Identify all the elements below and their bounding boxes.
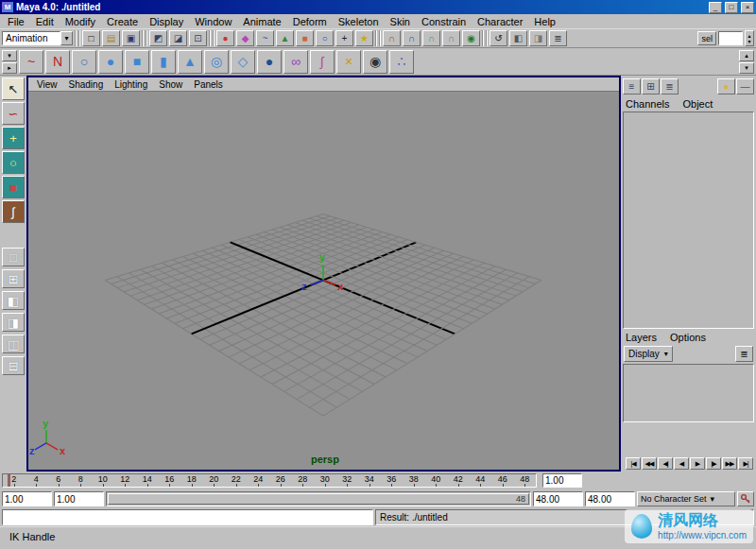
dash-icon[interactable]: — <box>736 78 754 94</box>
time-slider[interactable]: 2468101214161820222426283032343638404244… <box>2 473 537 488</box>
close-button[interactable]: × <box>741 2 754 13</box>
list-view-icon[interactable]: ≣ <box>661 78 679 94</box>
select-tool-button[interactable]: ↖ <box>2 77 25 100</box>
select-by-component-icon[interactable]: ⊡ <box>189 30 207 46</box>
mask-joints-icon[interactable]: ○ <box>316 30 334 46</box>
menu-item[interactable]: Constrain <box>416 16 472 27</box>
layout-four-pane-button[interactable]: ⊞ <box>2 269 25 288</box>
open-scene-icon[interactable]: ▤ <box>102 30 120 46</box>
playback-end-field[interactable] <box>533 491 583 506</box>
section-divider[interactable] <box>482 30 488 46</box>
ball-icon[interactable]: ● <box>717 78 735 94</box>
menu-item[interactable]: Window <box>189 16 237 27</box>
shelf-scroll-down-icon[interactable]: ▾ <box>739 62 754 74</box>
snap-to-curve-icon[interactable]: ∩ <box>403 30 421 46</box>
animation-start-field[interactable] <box>2 491 52 506</box>
menu-item[interactable]: Modify <box>60 16 101 27</box>
section-divider[interactable] <box>375 30 381 46</box>
go-to-end-button[interactable]: ▶| <box>738 457 753 470</box>
viewport-canvas[interactable]: y x z y x z persp <box>28 92 619 470</box>
camera-icon[interactable]: ◉ <box>363 50 387 74</box>
play-forward-button[interactable]: ▶ <box>690 457 705 470</box>
menu-item[interactable]: Skeleton <box>333 16 385 27</box>
nurbs-torus-icon[interactable]: ◎ <box>204 50 229 74</box>
panel-menu-item[interactable]: Show <box>154 79 187 90</box>
mask-surfaces-icon[interactable]: ▲ <box>276 30 294 46</box>
layout-single-pane-button[interactable]: □ <box>2 248 25 266</box>
layer-display-dropdown[interactable]: Display ▾ <box>624 346 673 362</box>
layer-stack-icon[interactable]: ≣ <box>735 346 753 362</box>
current-time-field[interactable] <box>542 473 582 488</box>
section-divider[interactable] <box>75 30 80 46</box>
lattice-tool-icon[interactable]: × <box>336 50 361 74</box>
step-forward-frame-button[interactable]: |▶ <box>706 457 721 470</box>
nurbs-circle-icon[interactable]: ○ <box>72 50 96 74</box>
channel-box-menu-item[interactable]: Channels <box>626 98 669 110</box>
select-by-hierarchy-icon[interactable]: ◩ <box>149 30 167 46</box>
step-back-frame-button[interactable]: ◀| <box>658 457 673 470</box>
mask-deformations-icon[interactable]: ■ <box>296 30 314 46</box>
select-by-object-icon[interactable]: ◪ <box>169 30 187 46</box>
layout-two-pane-right-button[interactable]: ◨ <box>2 313 25 332</box>
mask-curves-icon[interactable]: ~ <box>256 30 274 46</box>
shelf-scroll-up-icon[interactable]: ▴ <box>739 50 754 61</box>
command-line-input[interactable] <box>2 509 373 525</box>
ik-handle-tool-icon[interactable]: ∫ <box>310 50 335 74</box>
minimize-button[interactable]: _ <box>709 2 722 13</box>
joint-tool-icon[interactable]: ∞ <box>284 50 308 74</box>
step-forward-key-button[interactable]: ▶▶ <box>722 457 737 470</box>
panel-menu-item[interactable]: View <box>32 79 62 90</box>
shelf-item-menu-icon[interactable]: ▸ <box>2 62 17 74</box>
channel-box-menu-item[interactable]: Object <box>682 98 713 110</box>
mask-points-icon[interactable]: ● <box>216 30 234 46</box>
nurbs-cylinder-icon[interactable]: ▮ <box>151 50 176 74</box>
menu-item[interactable]: Deform <box>287 16 333 27</box>
shelf-tab-menu-icon[interactable]: ▾ <box>2 50 17 61</box>
ipr-render-icon[interactable]: ◨ <box>529 30 547 46</box>
nurbs-plane-icon[interactable]: ◇ <box>231 50 255 74</box>
nurbs-cube-icon[interactable]: ■ <box>125 50 149 74</box>
layout-two-pane-horizontal-button[interactable]: ⊟ <box>2 356 25 375</box>
panel-menu-item[interactable]: Panels <box>189 79 228 90</box>
menu-item[interactable]: Create <box>101 16 144 27</box>
section-divider[interactable] <box>209 30 215 46</box>
menu-item[interactable]: File <box>2 16 30 27</box>
nurbs-sphere-icon[interactable]: ● <box>98 50 123 74</box>
auto-keyframe-button[interactable] <box>737 491 754 506</box>
playback-start-field[interactable] <box>54 491 104 506</box>
layer-editor-menu-item[interactable]: Options <box>670 332 706 343</box>
section-divider[interactable] <box>142 30 147 46</box>
range-slider-handle[interactable]: 48 <box>108 493 529 505</box>
particle-tool-icon[interactable]: ∴ <box>389 50 414 74</box>
cv-curve-tool-icon[interactable]: ~ <box>19 50 43 74</box>
menu-set-selector[interactable]: Animation ▾ <box>2 30 73 46</box>
layer-list-area[interactable] <box>623 364 754 422</box>
save-scene-icon[interactable]: ▣ <box>122 30 140 46</box>
ep-curve-tool-icon[interactable]: N <box>45 50 70 74</box>
panel-menu-item[interactable]: Lighting <box>110 79 152 90</box>
go-to-start-button[interactable]: |◀ <box>626 457 641 470</box>
mask-misc-icon[interactable]: ★ <box>355 30 373 46</box>
poly-sphere-icon[interactable]: ● <box>257 50 282 74</box>
channel-box-area[interactable] <box>623 112 754 329</box>
quick-select-field[interactable] <box>718 31 743 45</box>
menu-item[interactable]: Display <box>144 16 189 27</box>
range-slider-track[interactable]: 48 <box>106 491 531 506</box>
make-live-icon[interactable]: ◉ <box>462 30 480 46</box>
scale-tool-button[interactable]: ■ <box>2 176 25 198</box>
snap-to-plane-icon[interactable]: ∩ <box>442 30 460 46</box>
panel-menu-item[interactable]: Shading <box>64 79 109 90</box>
last-tool-ik-handle-button[interactable]: ∫ <box>2 200 25 223</box>
render-frame-icon[interactable]: ◧ <box>509 30 527 46</box>
snap-to-grid-icon[interactable]: ∩ <box>383 30 401 46</box>
character-set-dropdown[interactable]: No Character Set ▾ <box>637 491 735 506</box>
play-backward-button[interactable]: ◀ <box>674 457 689 470</box>
menu-item[interactable]: Skin <box>385 16 416 27</box>
snap-to-point-icon[interactable]: ∩ <box>422 30 440 46</box>
mask-handles-icon[interactable]: ◆ <box>236 30 254 46</box>
move-tool-button[interactable]: + <box>2 127 25 149</box>
menu-item[interactable]: Help <box>528 16 561 27</box>
layout-two-pane-split-button[interactable]: ◫ <box>2 335 25 353</box>
construction-history-icon[interactable]: ↺ <box>490 30 507 46</box>
align-rows-icon[interactable]: ≡ <box>623 78 641 94</box>
